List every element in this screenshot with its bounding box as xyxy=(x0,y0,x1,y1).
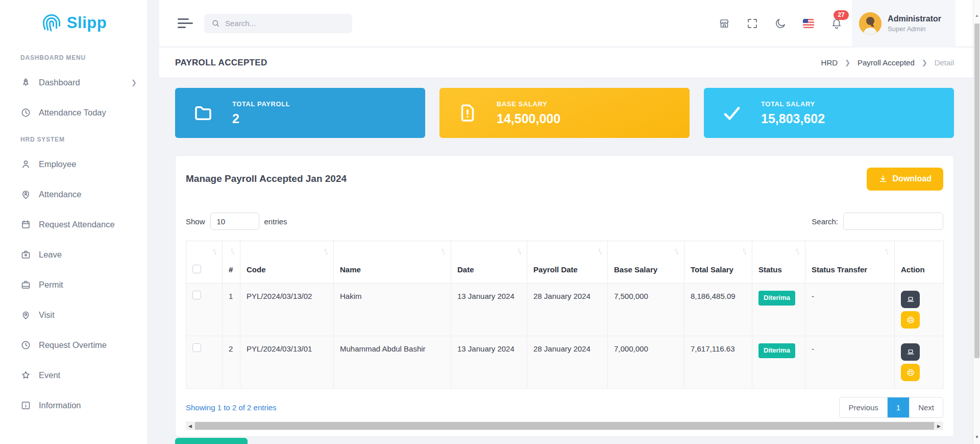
sidebar-item-attendance-today[interactable]: Attendance Today xyxy=(0,98,147,128)
download-button[interactable]: Download xyxy=(867,168,943,191)
printer-icon xyxy=(906,315,915,324)
column-header-code[interactable]: Code↑↓ xyxy=(240,241,334,284)
sidebar-item-leave[interactable]: Leave xyxy=(0,240,147,270)
laptop-icon xyxy=(906,295,915,304)
status-badge: Diterima xyxy=(758,343,795,358)
column-header-total-salary[interactable]: Total Salary↑↓ xyxy=(684,241,752,284)
next-page-button[interactable]: Next xyxy=(909,398,943,417)
vertical-scrollbar-thumb[interactable] xyxy=(974,24,979,358)
view-detail-button[interactable] xyxy=(901,291,920,308)
card-label: BASE SALARY xyxy=(497,100,560,108)
sidebar-item-information[interactable]: Information xyxy=(0,390,147,420)
sort-icons: ↑↓ xyxy=(742,247,748,253)
scroll-right-arrow-icon[interactable]: ▶ xyxy=(935,422,943,430)
sidebar-item-event[interactable]: Event xyxy=(0,360,147,390)
store-icon[interactable] xyxy=(718,17,730,30)
rocket-icon xyxy=(20,77,31,88)
cell-payroll-date: 28 January 2024 xyxy=(527,336,608,389)
user-icon xyxy=(20,159,31,170)
sidebar-item-label: Dashboard xyxy=(39,78,80,87)
sort-icons: ↑↓ xyxy=(598,247,604,253)
scroll-up-arrow-icon[interactable]: ▲ xyxy=(973,13,980,18)
card-label: TOTAL PAYROLL xyxy=(232,100,290,108)
sidebar-item-request-attendance[interactable]: Request Attendance xyxy=(0,209,147,240)
card-value: 15,803,602 xyxy=(761,111,825,126)
brand-logo[interactable]: Slipp xyxy=(0,0,147,46)
breadcrumb-separator-icon: ❯ xyxy=(845,59,850,66)
select-all-checkbox[interactable] xyxy=(192,265,201,273)
column-header-date[interactable]: Date↑↓ xyxy=(451,241,527,284)
briefcase-alt-icon xyxy=(20,279,31,290)
user-profile-menu[interactable]: Administrator Super Admin xyxy=(852,0,955,47)
sidebar-item-dashboard[interactable]: Dashboard ❯ xyxy=(0,67,147,98)
scroll-down-arrow-icon[interactable]: ▼ xyxy=(973,435,980,439)
sidebar-item-label: Visit xyxy=(39,310,55,320)
print-payslip-button[interactable] xyxy=(901,364,920,381)
breadcrumb: HRD ❯ Payroll Accepted ❯ Detail xyxy=(821,58,954,67)
sort-icons: ↑↓ xyxy=(441,247,447,253)
table-row: 1 PYL/2024/03/13/02 Hakim 13 January 202… xyxy=(186,284,944,336)
hamburger-menu-button[interactable] xyxy=(178,16,193,31)
clock-icon xyxy=(20,340,31,350)
horizontal-scrollbar-thumb[interactable] xyxy=(195,422,934,430)
sort-icons: ↑↓ xyxy=(674,247,680,253)
print-payslip-button[interactable] xyxy=(901,311,920,329)
info-panel-icon xyxy=(20,400,31,411)
table-search-label: Search: xyxy=(812,217,838,226)
bottom-action-button[interactable] xyxy=(175,438,248,444)
sidebar-item-permit[interactable]: Permit xyxy=(0,270,147,300)
search-icon xyxy=(211,19,220,28)
horizontal-scrollbar[interactable]: ◀ ▶ xyxy=(186,422,943,430)
printer-icon xyxy=(906,368,915,377)
avatar xyxy=(859,12,881,35)
breadcrumb-item-hrd[interactable]: HRD xyxy=(821,58,838,67)
cell-total-salary: 7,617,116.63 xyxy=(684,336,752,389)
calendar-icon xyxy=(20,219,31,230)
fingerprint-logo-icon xyxy=(40,12,63,34)
page-title: PAYROLL ACCEPTED xyxy=(175,58,267,68)
global-search xyxy=(204,14,352,33)
sidebar-section-hrd-system: HRD SYSTEM xyxy=(20,136,147,143)
cell-number: 1 xyxy=(223,284,240,336)
row-checkbox[interactable] xyxy=(192,343,201,352)
sort-icons: ↑↓ xyxy=(517,247,523,253)
column-header-base-salary[interactable]: Base Salary↑↓ xyxy=(608,241,684,284)
notifications-bell-icon[interactable]: 27 xyxy=(830,17,843,30)
column-header-status-transfer[interactable]: Status Transfer↑↓ xyxy=(805,241,895,284)
sidebar-item-label: Event xyxy=(39,370,60,380)
column-header-select-all[interactable]: ↑↓ xyxy=(186,241,223,284)
sort-icons: ↑↓ xyxy=(212,247,218,253)
sidebar-item-label: Attendance xyxy=(39,190,81,199)
sidebar-item-request-overtime[interactable]: Request Overtime xyxy=(0,330,147,360)
show-label: Show xyxy=(186,217,205,226)
sidebar-section-dashboard-menu: DASHBOARD MENU xyxy=(20,54,147,61)
cell-payroll-date: 28 January 2024 xyxy=(527,284,608,336)
row-checkbox[interactable] xyxy=(192,291,201,299)
column-header-status[interactable]: Status↑↓ xyxy=(752,241,805,284)
sidebar-item-attendance[interactable]: Attendance xyxy=(0,179,147,209)
view-detail-button[interactable] xyxy=(901,343,920,361)
breadcrumb-item-payroll-accepted[interactable]: Payroll Accepted xyxy=(857,58,915,67)
search-input[interactable] xyxy=(225,19,345,28)
user-name: Administrator xyxy=(888,14,941,24)
column-header-payroll-date[interactable]: Payroll Date↑↓ xyxy=(527,241,608,284)
dark-mode-moon-icon[interactable] xyxy=(774,17,787,30)
cell-name: Muhammad Abdul Bashir xyxy=(334,336,451,389)
language-flag-icon[interactable] xyxy=(802,17,815,30)
previous-page-button[interactable]: Previous xyxy=(840,398,887,417)
status-badge: Diterima xyxy=(758,291,795,306)
card-value: 2 xyxy=(232,111,290,126)
table-search-input[interactable] xyxy=(843,213,943,230)
fullscreen-icon[interactable] xyxy=(746,17,758,30)
vertical-scrollbar[interactable]: ▲ ▼ xyxy=(973,0,980,444)
column-header-name[interactable]: Name↑↓ xyxy=(334,241,451,284)
card-value: 14,500,000 xyxy=(497,111,560,126)
sidebar-item-employee[interactable]: Employee xyxy=(0,149,147,179)
entries-label: entries xyxy=(264,217,287,226)
column-header-number[interactable]: #↑↓ xyxy=(223,241,240,284)
sidebar-item-visit[interactable]: Visit xyxy=(0,300,147,330)
page-length-input[interactable] xyxy=(210,213,259,230)
folder-icon xyxy=(192,102,214,124)
page-1-button[interactable]: 1 xyxy=(888,398,909,417)
scroll-left-arrow-icon[interactable]: ◀ xyxy=(186,422,194,430)
